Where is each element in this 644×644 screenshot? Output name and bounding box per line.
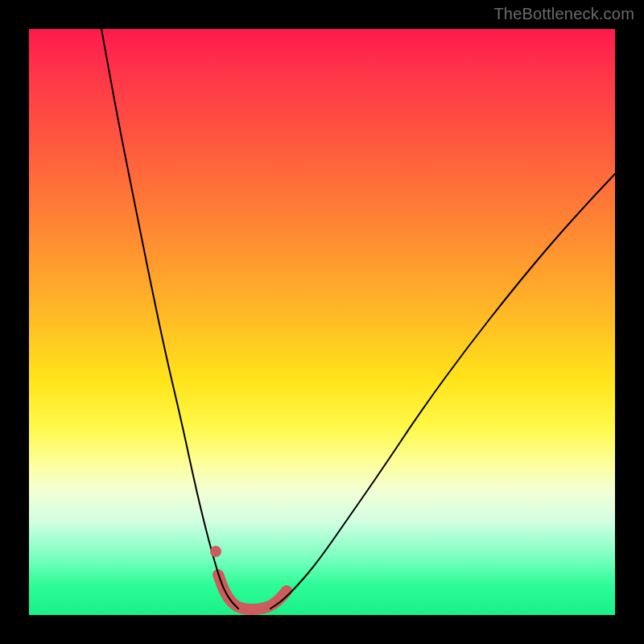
watermark-text: TheBottleneck.com xyxy=(493,5,634,23)
curve-right-branch xyxy=(270,174,615,609)
plot-area xyxy=(29,29,615,615)
chart-frame: TheBottleneck.com xyxy=(0,0,644,644)
curve-left-branch xyxy=(101,29,238,609)
chart-overlay xyxy=(29,29,615,615)
left-branch-marker xyxy=(210,546,221,557)
